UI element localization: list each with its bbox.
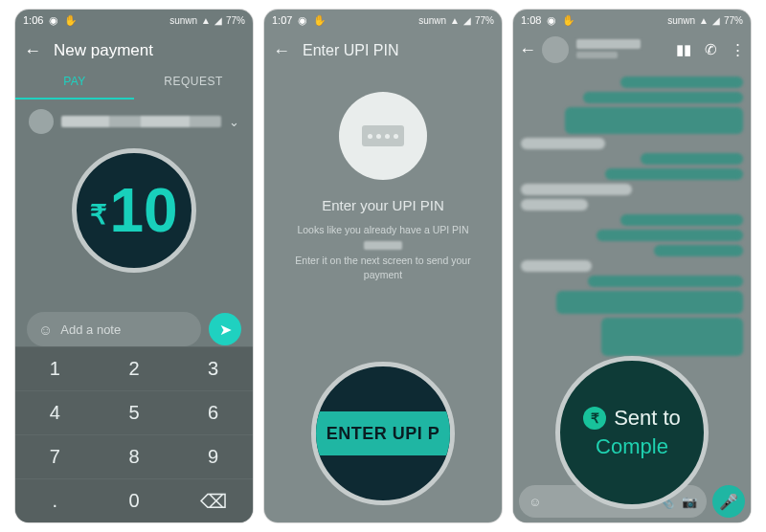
rupee-symbol: ₹: [90, 199, 107, 231]
sent-to-label: Sent to: [614, 406, 681, 431]
voice-call-icon[interactable]: ✆: [705, 41, 717, 58]
status-time: 1:07: [272, 14, 292, 26]
page-title: Enter UPI PIN: [303, 42, 398, 59]
send-button[interactable]: ➤: [209, 313, 241, 345]
amount-magnifier: ₹ 10: [72, 148, 196, 273]
spotify-icon: ◉: [49, 14, 58, 27]
message-in[interactable]: [521, 260, 592, 272]
signal-icon: ◢: [214, 15, 222, 26]
signal-icon: ◢: [463, 15, 471, 26]
status-bar: 1:08 ◉ ✋ sunwn ▲ ◢ 77%: [513, 10, 751, 31]
screen-enter-pin: 1:07 ◉ ✋ sunwn ▲ ◢ 77% ← Enter UPI PIN E…: [264, 10, 502, 522]
message-out[interactable]: [588, 276, 743, 287]
contact-name-redacted[interactable]: [576, 39, 668, 60]
chevron-down-icon: ⌄: [229, 115, 239, 129]
pin-prompt: Enter your UPI PIN: [264, 197, 502, 213]
spotify-icon: ◉: [547, 14, 556, 27]
spotify-icon: ◉: [298, 14, 307, 27]
message-out[interactable]: [597, 230, 743, 241]
message-out[interactable]: [620, 214, 743, 226]
wifi-icon: ▲: [699, 15, 709, 26]
screen-chat: 1:08 ◉ ✋ sunwn ▲ ◢ 77% ← ▮▮ ✆ ⋮: [513, 10, 751, 522]
payment-status-label: Comple: [596, 434, 668, 459]
message-out[interactable]: [605, 168, 743, 180]
key-1[interactable]: 1: [15, 346, 95, 390]
key-8[interactable]: 8: [95, 434, 174, 478]
screen-new-payment: 1:06 ◉ ✋ sunwn ▲ ◢ 77% ← New payment PAY…: [15, 10, 253, 522]
amount-area: ₹ 10: [15, 144, 253, 277]
wifi-icon: ▲: [450, 15, 460, 26]
emoji-icon[interactable]: ☺: [38, 321, 53, 338]
message-out[interactable]: [556, 291, 743, 314]
tabs: PAY REQUEST: [15, 65, 253, 100]
key-6[interactable]: 6: [173, 390, 253, 434]
status-bar: 1:07 ◉ ✋ sunwn ▲ ◢ 77%: [264, 10, 502, 31]
numeric-keypad: 1 2 3 4 5 6 7 8 9 . 0 ⌫: [15, 346, 253, 522]
rupee-symbol: ₹: [591, 410, 599, 426]
mic-icon: 🎤: [719, 493, 738, 511]
contact-avatar[interactable]: [542, 36, 569, 63]
enter-pin-label: ENTER UPI P: [327, 424, 440, 444]
key-3[interactable]: 3: [173, 346, 253, 390]
pin-subtext: Looks like you already have a UPI PIN En…: [264, 223, 502, 283]
recipient-row[interactable]: ⌄: [15, 100, 253, 144]
battery-label: 77%: [724, 15, 743, 26]
carrier-label: sunwn: [418, 15, 446, 26]
hand-icon: ✋: [64, 14, 78, 27]
video-call-icon[interactable]: ▮▮: [676, 41, 691, 58]
signal-icon: ◢: [712, 15, 720, 26]
message-out[interactable]: [583, 92, 743, 103]
battery-label: 77%: [226, 15, 245, 26]
status-bar: 1:06 ◉ ✋ sunwn ▲ ◢ 77%: [15, 10, 253, 31]
pin-card-icon: [339, 92, 427, 180]
hand-icon: ✋: [562, 14, 575, 27]
rupee-chip-icon: ₹: [583, 407, 606, 430]
back-button[interactable]: ←: [519, 40, 534, 60]
pin-dots-icon: [362, 125, 404, 146]
overflow-menu-icon[interactable]: ⋮: [731, 41, 745, 58]
redacted-text: [364, 241, 402, 250]
page-title: New payment: [54, 41, 153, 60]
enter-upi-pin-button[interactable]: ENTER UPI P: [316, 411, 450, 455]
status-time: 1:06: [23, 14, 43, 26]
key-4[interactable]: 4: [15, 390, 95, 434]
key-7[interactable]: 7: [15, 434, 95, 478]
send-icon: ➤: [219, 321, 232, 339]
tab-pay[interactable]: PAY: [15, 65, 134, 100]
key-9[interactable]: 9: [173, 434, 253, 478]
mic-button[interactable]: 🎤: [712, 485, 745, 518]
key-dot[interactable]: .: [15, 478, 95, 522]
hand-icon: ✋: [313, 14, 327, 27]
pin-sub-line2: Enter it on the next screen to send your…: [295, 255, 470, 281]
tab-request[interactable]: REQUEST: [134, 65, 253, 100]
message-in[interactable]: [521, 138, 605, 149]
message-out[interactable]: [641, 153, 743, 165]
message-out[interactable]: [620, 77, 743, 88]
carrier-label: sunwn: [169, 15, 197, 26]
carrier-label: sunwn: [667, 15, 695, 26]
note-placeholder: Add a note: [60, 322, 121, 337]
camera-icon[interactable]: 📷: [682, 495, 697, 509]
enter-pin-magnifier: ENTER UPI P: [311, 362, 455, 505]
battery-label: 77%: [475, 15, 494, 26]
message-in[interactable]: [521, 184, 632, 195]
key-2[interactable]: 2: [95, 346, 174, 390]
key-5[interactable]: 5: [95, 390, 174, 434]
payment-sent-magnifier: ₹ Sent to Comple: [555, 356, 709, 509]
key-0[interactable]: 0: [95, 478, 174, 522]
back-button[interactable]: ←: [23, 41, 42, 61]
emoji-icon[interactable]: ☺: [529, 495, 541, 509]
message-in[interactable]: [521, 199, 588, 211]
message-out[interactable]: [565, 107, 743, 134]
pin-sub-line1: Looks like you already have a UPI PIN: [297, 224, 468, 235]
recipient-name-redacted: [61, 116, 221, 127]
message-out[interactable]: [654, 245, 743, 256]
wifi-icon: ▲: [201, 15, 211, 26]
key-backspace[interactable]: ⌫: [173, 478, 253, 522]
recipient-avatar: [29, 109, 54, 134]
payment-bubble[interactable]: [601, 318, 743, 356]
note-input[interactable]: ☺ Add a note: [27, 312, 201, 346]
back-button[interactable]: ←: [272, 41, 291, 61]
amount-value: 10: [109, 175, 177, 246]
note-row: ☺ Add a note ➤: [15, 312, 253, 346]
